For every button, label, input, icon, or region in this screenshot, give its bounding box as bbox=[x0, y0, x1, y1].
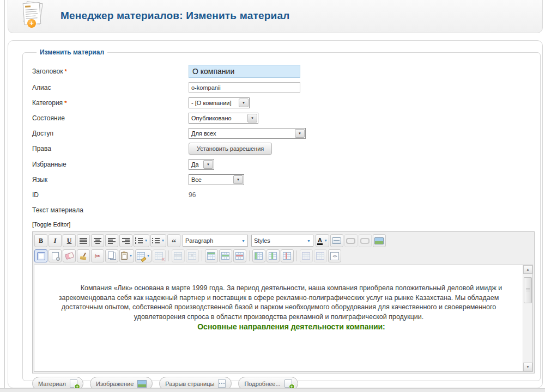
align-justify-icon bbox=[80, 237, 87, 244]
cut-button[interactable]: ✂ bbox=[91, 249, 104, 262]
table-insert-button[interactable]: ▼ bbox=[135, 249, 152, 262]
set-permissions-button[interactable]: Установить разрешения bbox=[189, 143, 272, 155]
id-value: 96 bbox=[189, 191, 196, 199]
scroll-up-icon[interactable]: ▲ bbox=[523, 265, 532, 274]
language-select[interactable]: Все▼ bbox=[189, 174, 244, 185]
align-justify-button[interactable] bbox=[77, 234, 90, 247]
chevron-down-icon: ▼ bbox=[161, 239, 165, 242]
styles-select[interactable]: Styles▼ bbox=[251, 235, 313, 247]
scrollbar-thumb[interactable] bbox=[524, 277, 532, 303]
blockquote-button[interactable]: “ bbox=[167, 234, 180, 247]
articletext-label: Текст материала bbox=[32, 206, 189, 214]
chevron-down-icon[interactable]: ▼ bbox=[247, 114, 257, 122]
form-row-language: ЯзыкВсе▼ bbox=[32, 174, 535, 185]
align-center-button[interactable] bbox=[91, 234, 104, 247]
toggle-editor-link[interactable]: [Toggle Editor] bbox=[32, 221, 535, 228]
source-code-button[interactable]: <> bbox=[328, 249, 341, 262]
title-input[interactable] bbox=[189, 65, 300, 78]
split-cells-icon bbox=[302, 252, 310, 260]
ordered-list-button[interactable]: ▼ bbox=[134, 234, 149, 247]
editor-content-wrap: Компания «Лик» основана в марте 1999 год… bbox=[34, 265, 533, 372]
featured-select[interactable]: Да▼ bbox=[189, 159, 214, 170]
page-header: + Менеджер материалов: Изменить материал bbox=[8, 0, 543, 33]
unordered-list-button[interactable]: ▼ bbox=[150, 234, 166, 247]
blockquote-icon: “ bbox=[172, 237, 177, 245]
col-delete-button[interactable] bbox=[281, 249, 294, 262]
alias-input[interactable] bbox=[189, 82, 300, 93]
table-cell-properties-button bbox=[186, 249, 199, 262]
featured-control-cell: Да▼ bbox=[189, 159, 214, 170]
row-delete-button[interactable] bbox=[233, 249, 246, 262]
permissions-control-cell: Установить разрешения bbox=[189, 143, 272, 155]
chevron-down-icon[interactable]: ▼ bbox=[295, 129, 305, 138]
featured-label: Избранные bbox=[32, 161, 189, 168]
editor-content[interactable]: Компания «Лик» основана в марте 1999 год… bbox=[34, 265, 523, 371]
page-break-icon bbox=[218, 379, 226, 388]
unlink-button bbox=[359, 234, 372, 247]
form-row-title: Заголовок * bbox=[32, 65, 535, 78]
split-cells-button bbox=[300, 249, 313, 262]
preview-icon bbox=[52, 252, 59, 260]
merge-cells-button bbox=[314, 249, 327, 262]
unlink-icon bbox=[360, 238, 370, 244]
form-row-category: Категория *- [О компании]▼ bbox=[32, 97, 535, 108]
col-insert-before-button[interactable] bbox=[252, 249, 265, 262]
italic-button[interactable]: I bbox=[49, 234, 62, 247]
remove-format-button[interactable] bbox=[63, 249, 76, 262]
unordered-list-icon bbox=[152, 237, 160, 244]
paste-button[interactable]: ▼ bbox=[119, 249, 134, 262]
format-select[interactable]: Paragraph▼ bbox=[183, 235, 248, 247]
underline-button[interactable]: U bbox=[63, 234, 76, 247]
text-color-button[interactable]: A▼ bbox=[316, 234, 329, 247]
access-control-cell: Для всех▼ bbox=[189, 128, 306, 139]
row-insert-after-button[interactable] bbox=[219, 249, 232, 262]
col-delete-icon bbox=[283, 252, 291, 260]
chevron-down-icon[interactable]: ▼ bbox=[203, 160, 213, 169]
image-label: Изображение bbox=[96, 381, 134, 387]
rich-text-editor: BIU▼▼“Paragraph▼Styles▼A▼ ✂▼▼<> Компания… bbox=[32, 231, 535, 373]
preview-button[interactable] bbox=[49, 249, 62, 262]
access-value: Для всех bbox=[189, 130, 294, 137]
state-select[interactable]: Опубликовано▼ bbox=[189, 113, 258, 124]
pagebreak-label: Разрыв страницы bbox=[165, 381, 214, 387]
editor-scrollbar[interactable]: ▲ ▼ bbox=[523, 265, 532, 371]
table-delete-icon bbox=[155, 252, 163, 260]
title-control-cell bbox=[189, 65, 300, 78]
edit-article-fieldset: Изменить материал Заголовок *АлиасКатего… bbox=[22, 48, 541, 381]
bold-icon: B bbox=[39, 235, 43, 246]
cleanup-button[interactable] bbox=[77, 249, 90, 262]
article-label: Материал bbox=[38, 381, 66, 387]
editor-toolbar: BIU▼▼“Paragraph▼Styles▼A▼ ✂▼▼<> bbox=[33, 232, 534, 264]
access-select[interactable]: Для всех▼ bbox=[189, 128, 306, 139]
chevron-down-icon: ▼ bbox=[324, 239, 328, 242]
insert-image-button[interactable] bbox=[373, 234, 386, 247]
ordered-list-icon bbox=[135, 237, 143, 244]
paste-icon bbox=[121, 252, 128, 260]
required-asterisk: * bbox=[63, 68, 66, 75]
bold-button[interactable]: B bbox=[34, 234, 47, 247]
scroll-down-icon[interactable]: ▼ bbox=[523, 363, 532, 371]
row-insert-before-button[interactable] bbox=[205, 249, 218, 262]
category-select[interactable]: - [О компании]▼ bbox=[189, 97, 250, 108]
insert-image-icon bbox=[374, 237, 384, 244]
language-control-cell: Все▼ bbox=[189, 174, 244, 185]
table-row-properties-icon bbox=[174, 252, 182, 260]
cut-icon: ✂ bbox=[95, 253, 101, 260]
article-heading: Основные направления деятельности компан… bbox=[43, 322, 514, 333]
state-label: Состояние bbox=[32, 114, 189, 122]
chevron-down-icon[interactable]: ▼ bbox=[239, 99, 249, 107]
align-right-button[interactable] bbox=[119, 234, 132, 247]
fullscreen-button[interactable] bbox=[34, 249, 47, 262]
chevron-down-icon[interactable]: ▼ bbox=[233, 175, 243, 184]
category-value: - [О компании] bbox=[189, 100, 238, 106]
col-insert-after-button[interactable] bbox=[267, 249, 280, 262]
copy-button[interactable] bbox=[105, 249, 118, 262]
align-left-button[interactable] bbox=[105, 234, 118, 247]
fullscreen-icon bbox=[37, 252, 45, 260]
read-more-icon bbox=[284, 379, 292, 388]
page-title: Менеджер материалов: Изменить материал bbox=[60, 10, 289, 22]
horizontal-rule-button[interactable] bbox=[330, 234, 343, 247]
language-label: Язык bbox=[32, 176, 189, 183]
italic-icon: I bbox=[54, 235, 57, 246]
align-right-icon bbox=[122, 237, 130, 244]
